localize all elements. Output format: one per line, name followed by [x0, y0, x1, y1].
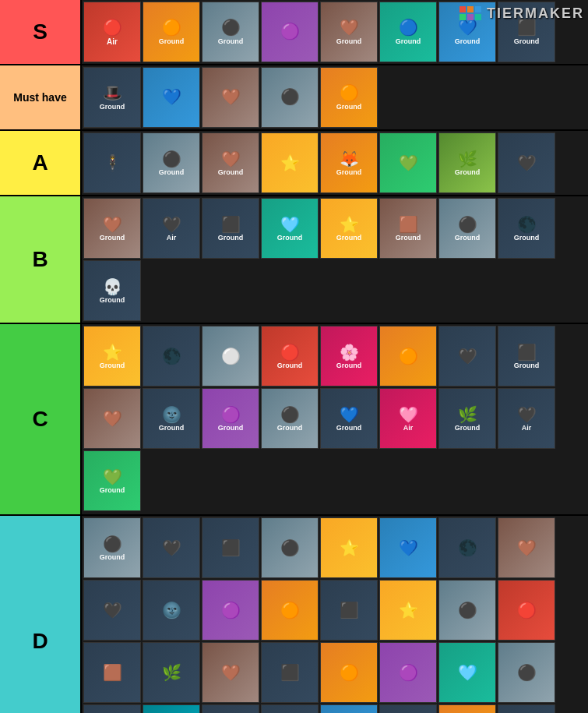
- char-card[interactable]: 🌚: [379, 704, 437, 713]
- char-card[interactable]: 💙: [320, 704, 378, 713]
- char-card[interactable]: ⭐: [320, 517, 378, 578]
- tier-content-d: ⚫Ground 🖤 ⬛ ⚫ ⭐ 💙 🌑 🤎 🖤 🌚 🟣 🟠 ⬛ ⭐ ⚫ 🔴 🟫 …: [82, 516, 588, 713]
- char-card[interactable]: 🤎Ground: [202, 132, 259, 193]
- char-card[interactable]: 🔴Ground: [261, 326, 319, 387]
- char-card[interactable]: 🟠: [379, 326, 437, 387]
- char-card[interactable]: 🤎: [498, 517, 555, 578]
- tier-row-a: A 🕴️ ⚫Ground 🤎Ground ⭐ 🦊Ground 💚 🌿Ground…: [0, 131, 588, 196]
- char-card[interactable]: ⚫Ground: [438, 198, 496, 259]
- tier-row-b: B 🤎Ground 🖤Air ⬛Ground 🩵Ground ⭐Ground 🟫…: [0, 196, 588, 324]
- char-card[interactable]: ⚫: [438, 580, 496, 641]
- char-card[interactable]: 💀Ground: [83, 260, 141, 321]
- char-card[interactable]: 🤎Ground: [83, 198, 141, 259]
- char-card[interactable]: ⚫Ground: [83, 517, 141, 578]
- char-card[interactable]: ⬛Ground: [202, 198, 259, 259]
- tier-row-d: D ⚫Ground 🖤 ⬛ ⚫ ⭐ 💙 🌑 🤎 🖤 🌚 🟣 🟠 ⬛ ⭐ ⚫ 🔴 …: [0, 516, 588, 713]
- char-card[interactable]: 🟠: [438, 704, 496, 713]
- char-card[interactable]: ⚫: [498, 642, 555, 703]
- char-card[interactable]: 🟣: [202, 580, 259, 641]
- char-card[interactable]: ⭐: [261, 132, 319, 193]
- char-card[interactable]: 🔴: [498, 580, 555, 641]
- char-card[interactable]: ⭐Ground: [83, 326, 141, 387]
- char-card[interactable]: 🤎Ground: [320, 2, 378, 62]
- char-card[interactable]: ⚪: [202, 326, 259, 387]
- char-card[interactable]: 🌚: [143, 580, 200, 641]
- tier-content-b: 🤎Ground 🖤Air ⬛Ground 🩵Ground ⭐Ground 🟫Gr…: [82, 196, 588, 323]
- tier-content-a: 🕴️ ⚫Ground 🤎Ground ⭐ 🦊Ground 💚 🌿Ground 🖤: [82, 131, 588, 195]
- char-card[interactable]: 🌿Ground: [438, 388, 496, 449]
- char-card[interactable]: 🖤: [83, 580, 141, 641]
- char-card[interactable]: 🟠: [320, 642, 378, 703]
- char-card[interactable]: 🟣: [261, 2, 319, 62]
- char-card[interactable]: 🌑Ground: [498, 198, 555, 259]
- char-card[interactable]: 💚Ground: [83, 450, 141, 511]
- tier-list: TIERMAKER S 🔴Air 🟠Ground ⚫Ground 🟣 🤎Grou…: [0, 0, 588, 713]
- char-card[interactable]: ⬛: [320, 580, 378, 641]
- char-card[interactable]: 🌿Ground: [438, 132, 496, 193]
- char-card[interactable]: ⚫Ground: [143, 132, 200, 193]
- tier-content-c: ⭐Ground 🌑 ⚪ 🔴Ground 🌸Ground 🟠 🖤 ⬛Ground …: [82, 324, 588, 514]
- char-card[interactable]: 🟣Ground: [202, 388, 259, 449]
- char-card[interactable]: 🟫Ground: [379, 198, 437, 259]
- char-card[interactable]: 💙: [143, 67, 200, 128]
- char-card[interactable]: 🌑: [83, 704, 141, 713]
- char-card[interactable]: 🕴️: [83, 132, 141, 193]
- char-card[interactable]: ⚫Ground: [261, 388, 319, 449]
- tier-label-c: C: [0, 324, 82, 514]
- char-card[interactable]: 🤎: [83, 388, 141, 449]
- logo-text: TIERMAKER: [487, 5, 584, 22]
- char-card[interactable]: 🌚Ground: [143, 388, 200, 449]
- char-card[interactable]: 🔵Ground: [379, 2, 437, 62]
- char-card[interactable]: 🖤: [498, 132, 555, 193]
- char-card[interactable]: 💙Ground: [320, 388, 378, 449]
- logo: TIERMAKER: [457, 4, 584, 23]
- char-card[interactable]: 🌑: [143, 326, 200, 387]
- char-card[interactable]: ⬛: [261, 704, 319, 713]
- char-card[interactable]: 🟫: [83, 642, 141, 703]
- char-card[interactable]: ⭐Ground: [320, 198, 378, 259]
- char-card[interactable]: 🔷: [143, 704, 200, 713]
- char-card[interactable]: ⭐: [379, 580, 437, 641]
- char-card[interactable]: 🌸Ground: [320, 326, 378, 387]
- char-card[interactable]: 💚: [379, 132, 437, 193]
- char-card[interactable]: 🖤Air: [498, 388, 555, 449]
- tier-label-must: Must have: [0, 65, 82, 129]
- tier-row-c: C ⭐Ground 🌑 ⚪ 🔴Ground 🌸Ground 🟠 🖤 ⬛Groun…: [0, 324, 588, 516]
- char-card[interactable]: 🟣: [379, 642, 437, 703]
- char-card[interactable]: 🤎: [202, 67, 259, 128]
- char-card[interactable]: 🖤: [202, 704, 259, 713]
- char-card[interactable]: 🩷Air: [379, 388, 437, 449]
- char-card[interactable]: 🖤: [143, 517, 200, 578]
- char-card[interactable]: ⚫Ground: [202, 2, 259, 62]
- tier-row-must: Must have 🎩Ground 💙 🤎 ⚫ 🟠Ground: [0, 65, 588, 131]
- char-card[interactable]: ⬛Ground: [498, 326, 555, 387]
- char-card[interactable]: ⚫: [261, 67, 319, 128]
- char-card[interactable]: 🩵Ground: [261, 198, 319, 259]
- char-card[interactable]: 🖤Air: [143, 198, 200, 259]
- char-card[interactable]: 🖤: [438, 326, 496, 387]
- char-card[interactable]: ⚫: [261, 517, 319, 578]
- tier-label-b: B: [0, 196, 82, 323]
- char-card[interactable]: 🔴Air: [83, 2, 141, 62]
- tier-label-d: D: [0, 516, 82, 713]
- char-card[interactable]: 🦊Ground: [320, 132, 378, 193]
- char-card[interactable]: 🟠Ground: [143, 2, 200, 62]
- char-card[interactable]: 🌑: [438, 517, 496, 578]
- char-card[interactable]: ⬛: [261, 642, 319, 703]
- char-card[interactable]: 🩵: [438, 642, 496, 703]
- tier-label-a: A: [0, 131, 82, 195]
- char-card[interactable]: 🌿: [143, 642, 200, 703]
- char-card[interactable]: 🎩Ground: [83, 67, 141, 128]
- char-card[interactable]: 🤎: [202, 642, 259, 703]
- tier-content-must: 🎩Ground 💙 🤎 ⚫ 🟠Ground: [82, 65, 588, 129]
- char-card[interactable]: 🟠Ground: [320, 67, 378, 128]
- tier-label-s: S: [0, 0, 82, 64]
- char-card[interactable]: 🟠: [261, 580, 319, 641]
- char-card[interactable]: ⬛Air: [498, 704, 555, 713]
- char-card[interactable]: 💙: [379, 517, 437, 578]
- char-card[interactable]: ⬛: [202, 517, 259, 578]
